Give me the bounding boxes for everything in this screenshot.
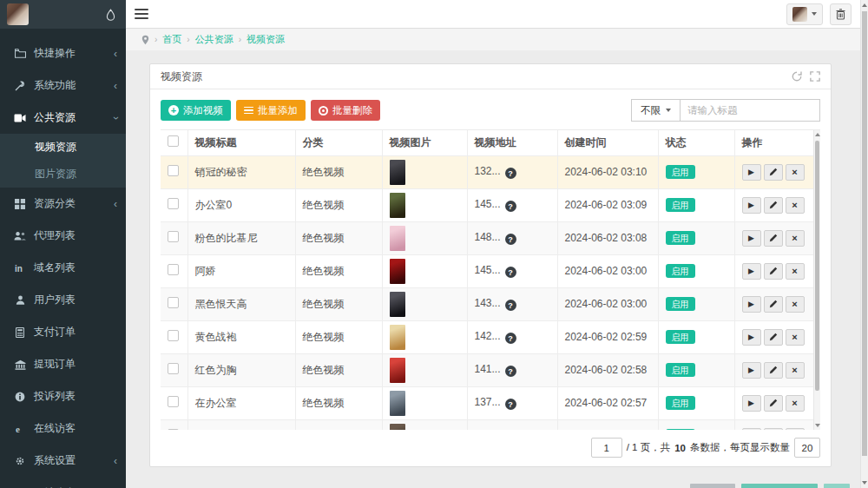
- page-scrollbar[interactable]: [860, 0, 868, 488]
- question-circle-icon[interactable]: ?: [505, 267, 516, 278]
- category-filter-dropdown[interactable]: 不限: [631, 99, 680, 122]
- question-circle-icon[interactable]: ?: [505, 300, 516, 311]
- question-circle-icon[interactable]: ?: [505, 201, 516, 212]
- in-icon: in: [13, 262, 27, 274]
- play-button[interactable]: ▶: [742, 395, 761, 412]
- user-menu-button[interactable]: [786, 3, 823, 25]
- page-number-input[interactable]: [591, 438, 622, 458]
- play-button[interactable]: ▶: [742, 164, 761, 181]
- sidebar-item-public-res[interactable]: 公共资源‹: [0, 102, 126, 134]
- edit-button[interactable]: [764, 428, 783, 431]
- edit-button[interactable]: [764, 197, 783, 214]
- gear-icon: [13, 455, 27, 466]
- play-button[interactable]: ▶: [742, 197, 761, 214]
- breadcrumb-public-res[interactable]: 公共资源: [195, 33, 233, 46]
- add-video-button[interactable]: + 添加视频: [161, 100, 231, 121]
- video-thumbnail[interactable]: [390, 226, 405, 251]
- video-category: 绝色视频: [295, 353, 382, 386]
- scroll-up-arrow-icon[interactable]: [815, 133, 820, 136]
- created-time: 2024-06-02 03:09: [557, 188, 658, 221]
- delete-button[interactable]: ×: [786, 395, 805, 412]
- video-thumbnail[interactable]: [390, 424, 405, 431]
- sidebar-item-system-func[interactable]: 系统功能‹: [0, 69, 126, 102]
- play-button[interactable]: ▶: [742, 428, 761, 431]
- sidebar-subitem-video-res[interactable]: 视频资源: [0, 134, 126, 161]
- question-circle-icon[interactable]: ?: [505, 168, 516, 179]
- edit-icon: [769, 399, 778, 407]
- question-circle-icon[interactable]: ?: [505, 333, 516, 344]
- batch-delete-button[interactable]: 批量删除: [311, 100, 380, 121]
- row-checkbox[interactable]: [168, 363, 179, 374]
- sidebar-item-user-list[interactable]: 用户列表: [0, 284, 126, 316]
- play-button[interactable]: ▶: [742, 296, 761, 313]
- sidebar-item-res-category[interactable]: 资源分类‹: [0, 188, 126, 220]
- sidebar-subitem-image-res[interactable]: 图片资源: [0, 161, 126, 188]
- play-button[interactable]: ▶: [742, 230, 761, 247]
- sidebar-item-withdraw-orders[interactable]: 提现订单: [0, 348, 126, 380]
- video-thumbnail[interactable]: [390, 391, 405, 416]
- video-thumbnail[interactable]: [390, 259, 405, 284]
- video-thumbnail[interactable]: [390, 358, 405, 383]
- sidebar-item-site-notice[interactable]: 网站公告: [0, 477, 126, 488]
- video-thumbnail[interactable]: [390, 292, 405, 317]
- breadcrumb-home[interactable]: 首页: [162, 33, 181, 46]
- scroll-down-arrow-icon[interactable]: [815, 424, 820, 427]
- delete-button[interactable]: ×: [786, 230, 805, 247]
- edit-button[interactable]: [764, 263, 783, 280]
- delete-button[interactable]: ×: [786, 428, 805, 431]
- video-thumbnail[interactable]: [390, 160, 405, 185]
- row-checkbox[interactable]: [168, 297, 179, 308]
- play-button[interactable]: ▶: [742, 329, 761, 346]
- edit-button[interactable]: [764, 164, 783, 181]
- delete-button[interactable]: ×: [786, 329, 805, 346]
- select-all-checkbox[interactable]: [168, 135, 179, 147]
- delete-button[interactable]: ×: [786, 164, 805, 181]
- refresh-icon[interactable]: [792, 71, 802, 82]
- scroll-down-arrow-icon[interactable]: [862, 481, 867, 485]
- question-circle-icon[interactable]: ?: [505, 234, 516, 245]
- question-circle-icon[interactable]: ?: [505, 399, 516, 410]
- table-scrollbar[interactable]: [813, 130, 820, 430]
- expand-icon[interactable]: [810, 71, 820, 82]
- delete-button[interactable]: ×: [786, 197, 805, 214]
- row-checkbox[interactable]: [168, 429, 179, 430]
- page-scrollbar-thumb[interactable]: [862, 11, 867, 456]
- scrollbar-thumb[interactable]: [815, 141, 819, 391]
- sidebar-item-domain-list[interactable]: in域名列表: [0, 252, 126, 284]
- sidebar-item-system-settings[interactable]: 系统设置‹: [0, 445, 126, 477]
- video-thumbnail[interactable]: [390, 325, 405, 350]
- row-checkbox[interactable]: [168, 264, 179, 275]
- row-checkbox[interactable]: [168, 165, 179, 176]
- delete-button[interactable]: ×: [786, 362, 805, 379]
- edit-button[interactable]: [764, 329, 783, 346]
- droplet-icon[interactable]: [106, 9, 115, 21]
- user-avatar[interactable]: [7, 3, 29, 25]
- delete-button[interactable]: ×: [786, 296, 805, 313]
- sidebar-item-agent-list[interactable]: 代理列表: [0, 220, 126, 252]
- row-checkbox[interactable]: [168, 396, 179, 407]
- sidebar-item-pay-orders[interactable]: 支付订单: [0, 316, 126, 348]
- row-checkbox[interactable]: [168, 198, 179, 209]
- sidebar-toggle-icon[interactable]: [135, 9, 148, 19]
- scroll-up-arrow-icon[interactable]: [862, 3, 867, 7]
- sidebar-item-online-visitors[interactable]: e在线访客: [0, 412, 126, 445]
- batch-add-button[interactable]: 批量添加: [236, 100, 306, 121]
- sidebar-item-complaint-list[interactable]: 投诉列表: [0, 380, 126, 412]
- row-checkbox[interactable]: [168, 330, 179, 341]
- row-checkbox[interactable]: [168, 231, 179, 242]
- per-page-input[interactable]: [794, 438, 820, 458]
- sidebar-item-quick-ops[interactable]: 快捷操作‹: [0, 37, 126, 69]
- question-circle-icon[interactable]: ?: [505, 366, 516, 377]
- delete-button[interactable]: ×: [786, 263, 805, 280]
- edit-button[interactable]: [764, 395, 783, 412]
- video-thumbnail[interactable]: [390, 193, 405, 218]
- trash-button[interactable]: [830, 3, 852, 25]
- edit-button[interactable]: [764, 296, 783, 313]
- breadcrumb-video-res[interactable]: 视频资源: [247, 33, 285, 46]
- sidebar-item-label: 公共资源: [34, 110, 76, 125]
- edit-button[interactable]: [764, 362, 783, 379]
- play-button[interactable]: ▶: [742, 362, 761, 379]
- title-search-input[interactable]: [680, 99, 820, 122]
- play-button[interactable]: ▶: [742, 263, 761, 280]
- edit-button[interactable]: [764, 230, 783, 247]
